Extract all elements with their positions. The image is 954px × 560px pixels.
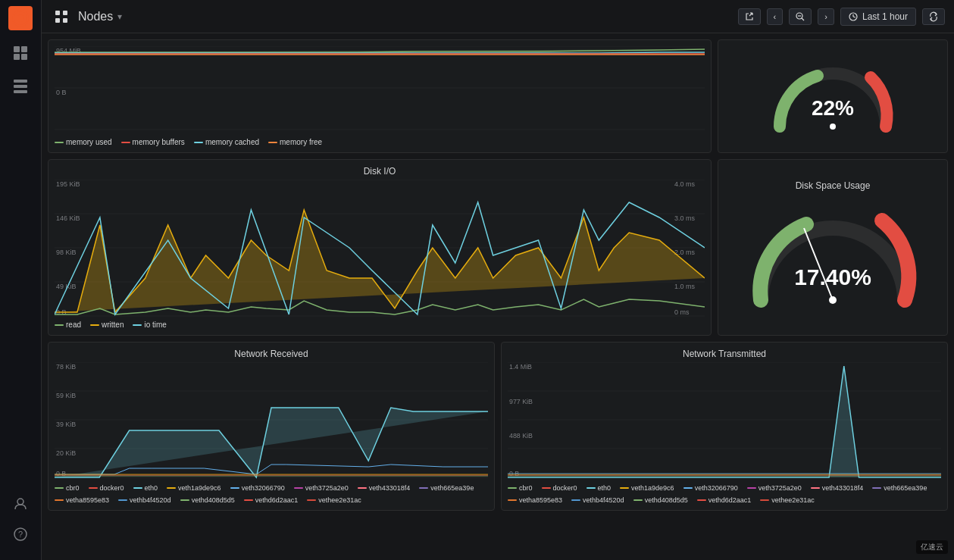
svg-text:3.0 ms: 3.0 ms	[674, 214, 695, 222]
legend-nr-v10: vethee2e31ac	[307, 496, 361, 504]
legend-nt-cbr0: cbr0	[508, 484, 533, 492]
svg-text:59 KiB: 59 KiB	[56, 392, 76, 399]
svg-text:20 KiB: 20 KiB	[56, 449, 76, 457]
memory-chart: 954 MiB 0 B 19:25 19:30 19:35	[55, 46, 705, 135]
legend-nt-v6: vetha8595e83	[508, 496, 562, 504]
svg-point-9	[17, 499, 23, 505]
network-transmitted-chart: 1.4 MiB 977 KiB 488 KiB 0 B 19:30	[508, 362, 941, 481]
panels-icon[interactable]	[10, 76, 31, 97]
legend-nt-v9: vethd6d2aac1	[697, 496, 752, 504]
legend-memory-cached: memory cached	[194, 138, 259, 146]
nt-v5-label: veth665ea39e	[884, 484, 927, 492]
legend-nr-v5: veth665ea39e	[419, 484, 474, 492]
cpu-gauge-panel: 22%	[718, 39, 948, 153]
share-button[interactable]	[738, 8, 761, 25]
nr-cbr0-label: cbr0	[66, 484, 80, 492]
dashboard-icon[interactable]	[10, 42, 31, 64]
watermark: 亿速云	[916, 540, 948, 554]
legend-nt-v2: veth32066790	[683, 484, 738, 492]
legend-nr-v7: vethb4f4520d	[118, 496, 171, 504]
svg-text:?: ?	[18, 530, 23, 539]
svg-text:39 KiB: 39 KiB	[56, 421, 76, 428]
written-color	[90, 324, 99, 326]
memory-cached-label: memory cached	[205, 138, 259, 146]
svg-text:1.0 ms: 1.0 ms	[674, 283, 695, 290]
legend-nr-v3: veth3725a2e0	[294, 484, 349, 492]
network-transmitted-title: Network Transmitted	[508, 349, 941, 359]
panels-container: 954 MiB 0 B 19:25 19:30 19:35	[42, 33, 954, 560]
legend-memory-buffers: memory buffers	[121, 138, 185, 146]
nt-v10-label: vethee2e31ac	[771, 496, 815, 504]
legend-written: written	[90, 321, 124, 329]
forward-button[interactable]: ›	[818, 8, 834, 25]
io-time-label: io time	[144, 321, 166, 329]
written-label: written	[102, 321, 124, 329]
nr-v4-label: veth433018f4	[369, 484, 411, 492]
memory-free-label: memory free	[280, 138, 322, 146]
svg-rect-7	[14, 85, 27, 88]
nr-v10-label: vethee2e31ac	[318, 496, 361, 504]
legend-nr-v8: vethd408d5d5	[180, 496, 235, 504]
legend-nr-eth0: eth0	[133, 484, 158, 492]
legend-nr-v9: vethd6d2aac1	[244, 496, 299, 504]
legend-nr-v4: veth433018f4	[358, 484, 411, 492]
memory-used-label: memory used	[66, 138, 112, 146]
back-button[interactable]: ‹	[767, 8, 784, 25]
svg-point-39	[830, 124, 836, 130]
user-icon[interactable]	[10, 493, 31, 515]
legend-nr-v6: vetha8595e83	[55, 496, 109, 504]
network-received-legend: cbr0 docker0 eth0 veth1a9de9c6 veth32066…	[55, 484, 488, 504]
nr-v5-label: veth665ea39e	[430, 484, 474, 492]
disk-gauge-panel: Disk Space Usage 17.40%	[718, 159, 948, 336]
svg-text:977 KiB: 977 KiB	[509, 398, 533, 405]
svg-rect-2	[14, 46, 20, 52]
legend-nt-v5: veth665ea39e	[872, 484, 927, 492]
network-transmitted-panel: Network Transmitted 1.4 MiB 977 KiB 488 …	[501, 342, 948, 511]
legend-read: read	[55, 321, 81, 329]
app-logo[interactable]	[8, 6, 33, 30]
svg-line-21	[853, 17, 855, 17]
read-label: read	[66, 321, 81, 329]
svg-rect-13	[63, 11, 67, 15]
zoom-button[interactable]	[789, 8, 812, 25]
row-1: 954 MiB 0 B 19:25 19:30 19:35	[48, 39, 948, 153]
svg-text:22%: 22%	[812, 96, 854, 120]
help-icon[interactable]: ?	[10, 524, 31, 545]
sidebar: ?	[0, 0, 42, 560]
svg-rect-15	[63, 18, 67, 23]
svg-text:78 KiB: 78 KiB	[56, 363, 76, 371]
svg-rect-5	[21, 54, 27, 60]
nt-v4-label: veth433018f4	[822, 484, 864, 492]
svg-rect-8	[14, 90, 27, 93]
svg-rect-4	[14, 54, 20, 60]
row-3: Network Received 78 KiB 59 KiB 39 KiB 20	[48, 342, 948, 511]
nr-eth0-label: eth0	[145, 484, 158, 492]
network-transmitted-legend: cbr0 docker0 eth0 veth1a9de9c6 veth32066…	[508, 484, 941, 504]
page-title[interactable]: Nodes ▾	[78, 10, 122, 23]
nr-v9-label: vethd6d2aac1	[255, 496, 299, 504]
network-received-title: Network Received	[55, 349, 488, 359]
disk-gauge-title: Disk Space Usage	[796, 180, 871, 191]
legend-nr-cbr0: cbr0	[55, 484, 80, 492]
time-picker[interactable]: Last 1 hour	[840, 8, 916, 26]
nr-v7-label: vethb4f4520d	[130, 496, 171, 504]
legend-io-time: io time	[133, 321, 166, 329]
main-content: Nodes ▾ ‹ › Last 1 hour	[42, 0, 954, 560]
legend-nt-v3: veth3725a2e0	[747, 484, 802, 492]
legend-nt-v4: veth433018f4	[811, 484, 864, 492]
svg-text:0 B: 0 B	[56, 89, 66, 96]
title-chevron: ▾	[117, 11, 122, 22]
svg-text:0 ms: 0 ms	[674, 308, 690, 316]
nt-v2-label: veth32066790	[695, 484, 738, 492]
grid-icon	[51, 6, 72, 27]
memory-used-color	[55, 142, 64, 143]
legend-nt-v8: vethd408d5d5	[633, 496, 688, 504]
refresh-button[interactable]	[922, 8, 945, 25]
nt-cbr0-label: cbr0	[519, 484, 533, 492]
disk-io-panel: Disk I/O 195 KiB 146 KiB 98 KiB 49 KiB	[48, 159, 712, 336]
memory-panel: 954 MiB 0 B 19:25 19:30 19:35	[48, 39, 712, 153]
svg-text:1.4 MiB: 1.4 MiB	[509, 363, 532, 371]
disk-io-title: Disk I/O	[55, 166, 705, 177]
nt-v1-label: veth1a9de9c6	[631, 484, 674, 492]
svg-rect-12	[55, 11, 60, 15]
